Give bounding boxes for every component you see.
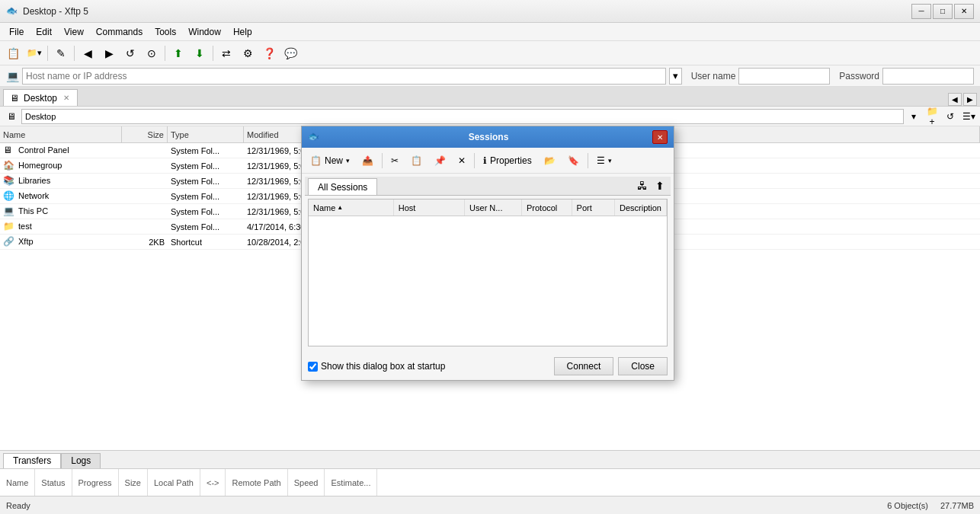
- sessions-bookmark-btn[interactable]: 🔖: [562, 151, 584, 171]
- connect-button[interactable]: Connect: [554, 357, 614, 375]
- sessions-new-btn[interactable]: 📋 New ▾: [305, 151, 355, 171]
- cut-icon: ✂: [391, 155, 399, 166]
- startup-checkbox[interactable]: [308, 362, 318, 372]
- sessions-header-description[interactable]: Description: [615, 200, 667, 215]
- sessions-header-host[interactable]: Host: [394, 200, 465, 215]
- sessions-export-btn[interactable]: 📤: [357, 151, 379, 171]
- sessions-delete-btn[interactable]: ✕: [453, 151, 471, 171]
- startup-checkbox-label: Show this dialog box at startup: [308, 361, 554, 372]
- sessions-header-name[interactable]: Name ▲: [309, 200, 394, 215]
- copy-icon: 📋: [411, 155, 422, 166]
- sessions-icon-2[interactable]: ⬆: [652, 178, 668, 193]
- modal-close-button[interactable]: ✕: [652, 130, 668, 144]
- sessions-header-port[interactable]: Port: [572, 200, 615, 215]
- modal-sep-3: [588, 153, 588, 168]
- modal-content: All Sessions 🖧 ⬆ Name ▲ Host: [302, 174, 674, 353]
- paste-icon: 📌: [434, 155, 446, 166]
- export-icon: 📤: [362, 155, 373, 166]
- sessions-properties-btn[interactable]: ℹ Properties: [478, 151, 537, 171]
- sessions-footer: Show this dialog box at startup Connect …: [302, 353, 674, 380]
- modal-icon: 🐟: [308, 131, 320, 143]
- modal-title-bar: 🐟 Sessions ✕: [302, 126, 674, 148]
- sessions-view-btn[interactable]: ☰ ▾: [591, 151, 617, 171]
- view-dropdown-arrow[interactable]: ▾: [608, 157, 612, 164]
- sessions-tab-bar: All Sessions 🖧 ⬆: [305, 177, 671, 196]
- sessions-dialog: 🐟 Sessions ✕ 📋 New ▾ 📤 ✂ 📋 📌: [301, 126, 674, 381]
- bookmark-icon: 🔖: [568, 155, 579, 166]
- sessions-body: [309, 216, 667, 346]
- sort-asc-icon: ▲: [337, 204, 343, 211]
- properties-label: Properties: [490, 155, 532, 166]
- sessions-list-header: Name ▲ Host User N... Protocol Port: [309, 200, 667, 216]
- modal-title: Sessions: [325, 132, 652, 142]
- sessions-list: Name ▲ Host User N... Protocol Port: [308, 199, 668, 346]
- sessions-header-user[interactable]: User N...: [465, 200, 522, 215]
- modal-toolbar: 📋 New ▾ 📤 ✂ 📋 📌 ✕ ℹ Proper: [302, 148, 674, 174]
- sessions-header-protocol[interactable]: Protocol: [522, 200, 572, 215]
- modal-overlay[interactable]: 🐟 Sessions ✕ 📋 New ▾ 📤 ✂ 📋 📌: [0, 0, 980, 514]
- modal-sep-1: [382, 153, 383, 168]
- view-icon: ☰: [597, 155, 605, 166]
- new-session-label: New: [325, 155, 343, 166]
- modal-sep-2: [474, 153, 475, 168]
- new-session-icon: 📋: [310, 155, 322, 166]
- sessions-paste-btn[interactable]: 📌: [429, 151, 451, 171]
- delete-icon: ✕: [458, 155, 466, 166]
- all-sessions-tab[interactable]: All Sessions: [308, 178, 377, 195]
- new-dropdown-arrow[interactable]: ▾: [346, 157, 350, 164]
- sessions-copy-btn[interactable]: 📋: [405, 151, 428, 171]
- sessions-tab-icons: 🖧 ⬆: [634, 178, 668, 195]
- sessions-cut-btn[interactable]: ✂: [386, 151, 404, 171]
- properties-icon: ℹ: [483, 155, 487, 166]
- open-folder-icon: 📂: [544, 155, 556, 166]
- sessions-icon-1[interactable]: 🖧: [634, 178, 651, 193]
- sessions-open-folder-btn[interactable]: 📂: [539, 151, 561, 171]
- sessions-close-button[interactable]: Close: [618, 357, 668, 375]
